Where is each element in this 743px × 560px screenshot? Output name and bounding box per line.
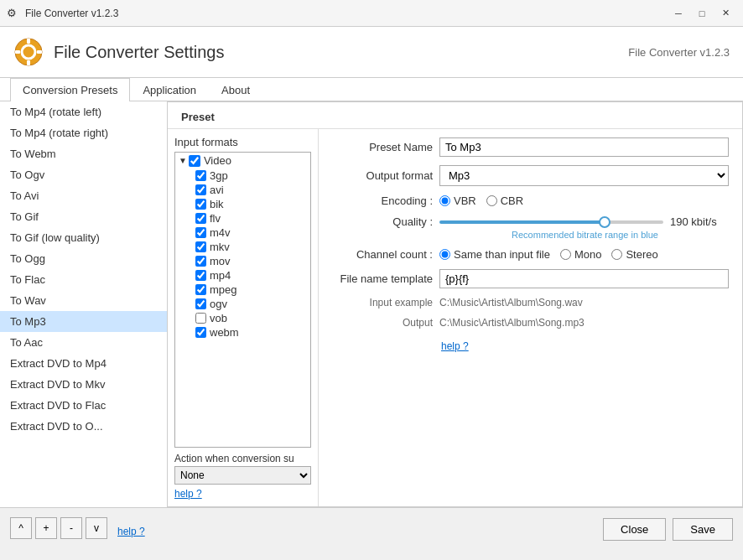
checkbox-vob[interactable] bbox=[195, 313, 206, 324]
action-label: Action when conversion su bbox=[174, 453, 311, 464]
output-row: Output C:\Music\Artist\Album\Song.mp3 bbox=[332, 317, 729, 329]
checkbox-ogv[interactable] bbox=[195, 298, 206, 309]
sidebar-item-11[interactable]: To Aac bbox=[0, 332, 167, 353]
checkbox-m4v[interactable] bbox=[195, 227, 206, 238]
svg-rect-5 bbox=[37, 50, 42, 54]
action-select[interactable]: None Open folder Play sound bbox=[174, 466, 311, 485]
tree-child-mkv: mkv bbox=[192, 240, 310, 254]
svg-rect-4 bbox=[15, 50, 20, 54]
left-help-link[interactable]: help ? bbox=[174, 488, 202, 500]
checkbox-mov[interactable] bbox=[195, 256, 206, 267]
checkbox-mp4[interactable] bbox=[195, 270, 206, 281]
sidebar-item-1[interactable]: To Mp4 (rotate right) bbox=[0, 122, 167, 143]
save-button[interactable]: Save bbox=[673, 518, 733, 541]
checkbox-mkv[interactable] bbox=[195, 241, 206, 252]
preset-name-label: Preset Name bbox=[332, 141, 433, 153]
move-down-button[interactable]: v bbox=[86, 517, 107, 539]
label-3gp: 3gp bbox=[210, 169, 228, 182]
output-format-select[interactable]: Mp3 Aac Ogg Flac Wav bbox=[439, 165, 729, 186]
maximize-button[interactable]: □ bbox=[691, 5, 713, 22]
checkbox-bik[interactable] bbox=[195, 199, 206, 210]
tab-about[interactable]: About bbox=[209, 78, 262, 101]
tree-collapse-icon: ▼ bbox=[179, 156, 187, 165]
video-checkbox[interactable] bbox=[189, 155, 200, 167]
channel-stereo-label[interactable]: Stereo bbox=[611, 248, 657, 261]
encoding-cbr-text: CBR bbox=[501, 194, 523, 207]
encoding-vbr-text: VBR bbox=[454, 194, 476, 207]
channel-options: Same than input file Mono Stereo bbox=[439, 248, 658, 261]
label-vob: vob bbox=[210, 312, 227, 324]
right-help-link[interactable]: help ? bbox=[441, 340, 469, 352]
encoding-row: Encoding : VBR CBR bbox=[332, 194, 729, 207]
svg-rect-3 bbox=[27, 60, 30, 65]
title-bar: ⚙ File Converter v1.2.3 ─ □ ✕ bbox=[0, 0, 743, 27]
quality-top: Quality : 190 kbit/s bbox=[332, 215, 729, 228]
sidebar-item-13[interactable]: Extract DVD to Mkv bbox=[0, 374, 167, 395]
input-formats-label: Input formats bbox=[174, 136, 311, 148]
sidebar-item-14[interactable]: Extract DVD to Flac bbox=[0, 395, 167, 416]
tree-child-ogv: ogv bbox=[192, 297, 310, 311]
tree-child-mpeg: mpeg bbox=[192, 283, 310, 297]
left-column: Input formats ▼ Video 3gp bbox=[168, 129, 319, 506]
title-bar-text: File Converter v1.2.3 bbox=[25, 8, 668, 19]
channel-same-radio[interactable] bbox=[439, 249, 450, 260]
sidebar-item-9[interactable]: To Wav bbox=[0, 290, 167, 311]
tree-root[interactable]: ▼ Video bbox=[175, 153, 310, 169]
close-window-button[interactable]: ✕ bbox=[714, 5, 736, 22]
sidebar-item-7[interactable]: To Ogg bbox=[0, 248, 167, 269]
sidebar-item-3[interactable]: To Ogv bbox=[0, 164, 167, 185]
encoding-vbr-label[interactable]: VBR bbox=[439, 194, 476, 207]
minimize-button[interactable]: ─ bbox=[668, 5, 689, 22]
output-format-label: Output format bbox=[332, 169, 433, 182]
label-mpeg: mpeg bbox=[210, 283, 237, 296]
sidebar-item-10[interactable]: To Mp3 bbox=[0, 311, 167, 332]
input-example-value: C:\Music\Artist\Album\Song.wav bbox=[439, 297, 583, 309]
remove-button[interactable]: - bbox=[60, 517, 82, 539]
sidebar-item-5[interactable]: To Gif bbox=[0, 206, 167, 227]
sidebar: To Mp4 (rotate left) To Mp4 (rotate righ… bbox=[0, 101, 168, 507]
checkbox-mpeg[interactable] bbox=[195, 284, 206, 295]
encoding-cbr-radio[interactable] bbox=[486, 195, 497, 206]
move-up-button[interactable]: ^ bbox=[10, 517, 32, 539]
file-template-input[interactable] bbox=[439, 269, 729, 288]
channel-count-row: Channel count : Same than input file Mon… bbox=[332, 248, 729, 261]
encoding-radio-group: VBR CBR bbox=[439, 194, 523, 207]
preset-name-input[interactable] bbox=[439, 137, 729, 157]
quality-slider[interactable] bbox=[439, 220, 663, 224]
file-template-label: File name template bbox=[332, 272, 433, 285]
bottom-help-link[interactable]: help ? bbox=[117, 521, 145, 542]
output-label: Output bbox=[332, 317, 433, 329]
sidebar-item-15[interactable]: Extract DVD to O... bbox=[0, 416, 167, 437]
label-mov: mov bbox=[210, 255, 231, 267]
bottom-left: ^ + - v help ? bbox=[10, 517, 145, 542]
sidebar-item-6[interactable]: To Gif (low quality) bbox=[0, 227, 167, 248]
channel-same-label[interactable]: Same than input file bbox=[439, 248, 550, 261]
tree-child-webm: webm bbox=[192, 325, 310, 340]
sidebar-item-4[interactable]: To Avi bbox=[0, 185, 167, 206]
right-column: Preset Name Output format Mp3 Aac Ogg Fl… bbox=[319, 129, 742, 506]
label-webm: webm bbox=[210, 326, 239, 339]
channel-mono-label[interactable]: Mono bbox=[560, 248, 602, 261]
checkbox-3gp[interactable] bbox=[195, 170, 206, 181]
header: File Converter Settings File Converter v… bbox=[0, 27, 743, 78]
tab-conversion-presets[interactable]: Conversion Presets bbox=[10, 78, 130, 101]
quality-hint: Recommended bitrate range in blue bbox=[332, 230, 729, 240]
encoding-cbr-label[interactable]: CBR bbox=[486, 194, 523, 207]
sidebar-item-12[interactable]: Extract DVD to Mp4 bbox=[0, 353, 167, 374]
channel-mono-radio[interactable] bbox=[560, 249, 571, 260]
channel-same-text: Same than input file bbox=[454, 248, 550, 261]
sidebar-item-2[interactable]: To Webm bbox=[0, 143, 167, 164]
quality-value: 190 kbit/s bbox=[670, 215, 729, 228]
input-example-row: Input example C:\Music\Artist\Album\Song… bbox=[332, 297, 729, 309]
encoding-vbr-radio[interactable] bbox=[439, 195, 450, 206]
checkbox-flv[interactable] bbox=[195, 213, 206, 224]
channel-stereo-radio[interactable] bbox=[611, 249, 622, 260]
channel-mono-text: Mono bbox=[574, 248, 602, 261]
checkbox-webm[interactable] bbox=[195, 327, 206, 338]
tab-application[interactable]: Application bbox=[130, 78, 209, 101]
add-button[interactable]: + bbox=[35, 517, 57, 539]
sidebar-item-0[interactable]: To Mp4 (rotate left) bbox=[0, 101, 167, 122]
checkbox-avi[interactable] bbox=[195, 184, 206, 195]
close-button[interactable]: Close bbox=[603, 518, 666, 541]
sidebar-item-8[interactable]: To Flac bbox=[0, 269, 167, 290]
